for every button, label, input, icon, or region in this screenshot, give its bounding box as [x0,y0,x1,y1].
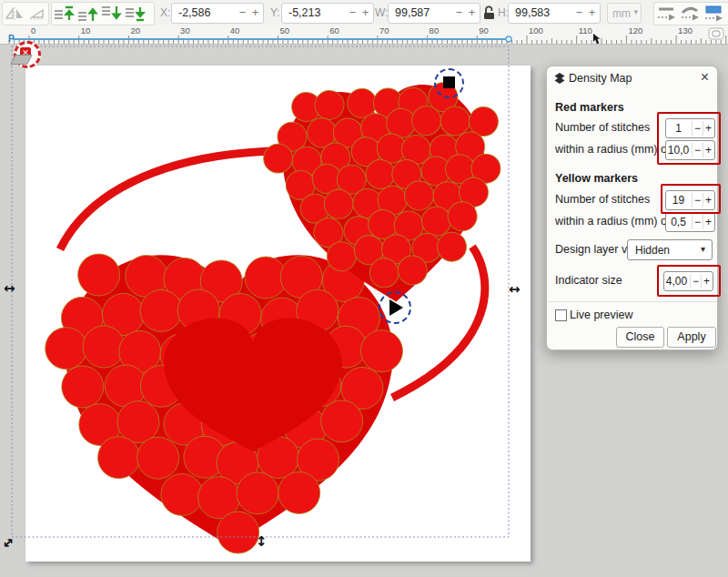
units-dropdown[interactable]: mm ▾ [607,3,642,24]
y-field[interactable]: -5,213 − + [281,3,374,24]
y-field-label: Y: [270,6,280,19]
apply-button[interactable]: Apply [667,327,716,348]
h-increment[interactable]: + [586,5,598,19]
resize-handle-bottom[interactable]: ↕ [256,535,268,549]
flip-tool-group [2,2,49,25]
svg-text:P: P [8,34,15,44]
layer-visibility-dropdown[interactable]: Hidden ▾ [627,239,713,260]
resize-handle-right[interactable]: ↔ [509,283,521,297]
design-page[interactable] [25,66,531,562]
red-markers-header: Red markers [555,101,624,114]
red-radius-decrement[interactable]: − [693,144,703,157]
horizontal-ruler: 0102030405060708090100110120130P [0,25,728,45]
x-field-label: X: [160,6,170,19]
yellow-radius-decrement[interactable]: − [693,216,703,228]
close-button[interactable]: Close [616,327,664,348]
indicator-size-decrement[interactable]: − [691,275,701,288]
svg-text:0: 0 [31,25,35,35]
yellow-stitches-decrement[interactable]: − [693,194,703,207]
connector-tool-group [653,2,728,25]
flip-horizontal-icon[interactable] [3,4,25,24]
yellow-markers-header: Yellow markers [555,172,638,185]
chevron-down-icon: ▾ [701,244,705,254]
line-connector-icon[interactable] [654,4,678,24]
red-radius-value[interactable]: 10,0 [666,144,691,157]
play-triangle-icon [389,299,403,316]
live-preview-checkbox[interactable] [555,309,567,321]
flip-vertical-icon[interactable] [25,4,48,24]
lock-ratio-icon[interactable] [482,5,496,24]
density-map-dialog: Density Map × Red markers Number of stit… [546,66,718,350]
svg-text:70: 70 [379,25,389,35]
resize-handle-left[interactable]: ↔ [4,282,15,296]
red-stitches-value[interactable]: 1 [666,122,691,135]
extension-logo-icon [553,72,566,87]
yellow-stitches-label: Number of stitches [555,193,650,206]
svg-text:80: 80 [430,25,440,35]
w-increment[interactable]: + [466,5,478,19]
y-decrement[interactable]: − [347,5,359,19]
units-caret-icon: ▾ [633,7,638,16]
yellow-radius-spinner[interactable]: 0,5 − + [665,212,715,232]
shape-connector-icon[interactable] [702,4,725,24]
raise-to-top-icon[interactable] [52,4,76,24]
units-value: mm [612,7,631,20]
dialog-title: Density Map [569,72,632,85]
red-radius-spinner[interactable]: 10,0 − + [665,140,715,160]
indicator-size-increment[interactable]: + [702,275,712,288]
y-value[interactable]: -5,213 [288,6,320,19]
yellow-radius-label: within a radius (mm) of [555,215,670,228]
svg-text:40: 40 [230,25,240,35]
top-toolbar: X: -2,586 − + Y: -5,213 − + W: 99,587 − … [0,0,728,26]
x-increment[interactable]: + [249,5,261,19]
w-field[interactable]: 99,587 − + [388,3,480,24]
resize-handle-corner[interactable]: ↔ [0,534,17,552]
red-stitches-increment[interactable]: + [703,122,713,135]
y-increment[interactable]: + [359,5,371,19]
h-value[interactable]: 99,583 [515,6,550,19]
yellow-stitches-increment[interactable]: + [703,194,713,207]
svg-text:50: 50 [280,25,290,35]
w-value[interactable]: 99,587 [395,6,430,19]
x-decrement[interactable]: − [237,5,248,19]
start-marker[interactable] [379,291,411,324]
x-field[interactable]: -2,586 − + [171,3,264,24]
layer-visibility-value: Hidden [635,244,670,257]
application-window: X: -2,586 − + Y: -5,213 − + W: 99,587 − … [0,0,728,577]
indicator-size-label: Indicator size [555,274,622,287]
live-preview-label: Live preview [570,309,632,321]
stop-square-icon [443,76,455,88]
lower-icon[interactable] [99,4,123,24]
x-value[interactable]: -2,586 [178,6,210,19]
order-tool-group [51,2,155,25]
svg-text:110: 110 [579,25,592,35]
curve-connector-icon[interactable] [678,4,702,24]
red-radius-label: within a radius (mm) of [555,143,670,156]
dialog-close-icon[interactable]: × [701,69,709,86]
red-stitches-label: Number of stitches [555,121,650,134]
lower-to-bottom-icon[interactable] [123,4,147,24]
indicator-size-value[interactable]: 4,00 [664,275,689,288]
svg-text:120: 120 [628,25,642,35]
svg-text:130: 130 [678,25,693,35]
svg-text:30: 30 [180,25,190,35]
h-field[interactable]: 99,583 − + [508,3,601,24]
yellow-stitches-value[interactable]: 19 [666,194,691,207]
red-stitches-spinner[interactable]: 1 − + [665,118,715,138]
stop-marker[interactable] [434,68,464,98]
svg-text:100: 100 [529,25,543,35]
yellow-radius-increment[interactable]: + [703,216,713,228]
dialog-header[interactable]: Density Map × [547,66,717,90]
w-decrement[interactable]: − [453,5,465,19]
svg-text:90: 90 [479,25,489,35]
h-decrement[interactable]: − [573,5,585,19]
svg-text:20: 20 [130,25,140,35]
red-stitches-decrement[interactable]: − [693,122,703,135]
svg-text:60: 60 [329,25,339,35]
yellow-radius-value[interactable]: 0,5 [666,216,691,228]
yellow-stitches-spinner[interactable]: 19 − + [665,190,715,210]
dialog-divider [547,301,717,302]
red-radius-increment[interactable]: + [703,144,713,157]
raise-icon[interactable] [76,4,99,24]
indicator-size-spinner[interactable]: 4,00 − + [663,271,713,291]
